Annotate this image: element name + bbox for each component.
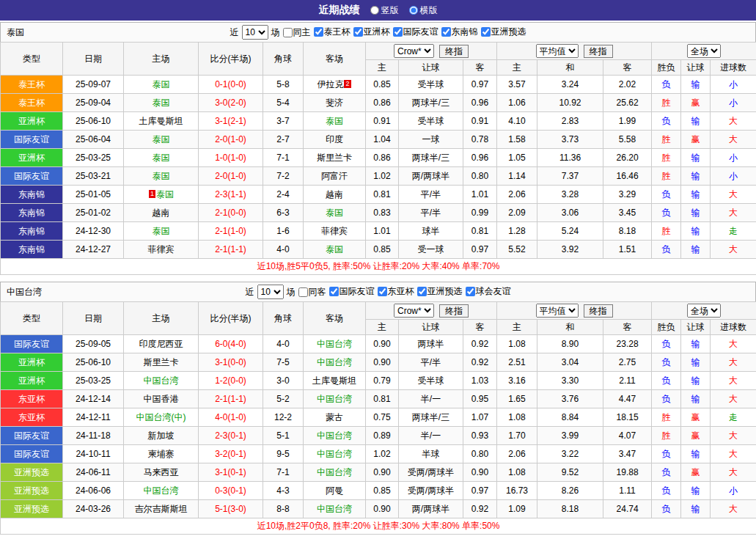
- score-cell: 2-0(1-0): [199, 167, 263, 186]
- corner-cell: 3-7: [263, 112, 304, 131]
- col-handicap-result: 让球: [681, 60, 711, 76]
- away-team-cell: 阿曼: [304, 482, 366, 500]
- avg-draw-cell: 10.92: [537, 94, 603, 112]
- handicap-result-cell: 输: [681, 149, 711, 167]
- goals-result-cell: 小: [711, 76, 756, 94]
- corner-cell: 7-2: [263, 167, 304, 186]
- away-team-cell: 中国台湾: [304, 463, 366, 482]
- handicap-result-cell: 输: [681, 241, 711, 259]
- away-odds-cell: 0.92: [463, 335, 497, 353]
- col-corner: 角球: [263, 302, 304, 335]
- final-odds-button[interactable]: 终指: [584, 304, 613, 318]
- team-label: 土库曼斯坦: [139, 116, 183, 126]
- winloss-result-cell: 负: [652, 445, 681, 463]
- competition-filter-checkbox-input[interactable]: [314, 27, 323, 37]
- final-odds-button[interactable]: 终指: [584, 45, 613, 58]
- team-label: 中国台湾: [144, 485, 179, 496]
- avg-home-cell: 1.70: [497, 427, 537, 445]
- avg-home-cell: 2.06: [497, 186, 537, 204]
- final-odds-button[interactable]: 终指: [439, 304, 469, 318]
- same-side-label: 同客: [309, 286, 326, 298]
- winloss-result-cell: 胜: [652, 408, 681, 427]
- avg-draw-cell: 3.06: [537, 204, 603, 222]
- recent-count-select[interactable]: 10: [242, 25, 268, 40]
- col-handicap: 让球: [399, 60, 463, 76]
- final-odds-button[interactable]: 终指: [439, 45, 469, 58]
- team-label: 土库曼斯坦: [312, 375, 356, 386]
- recent-count-select[interactable]: 10: [257, 285, 284, 299]
- competition-filter-checkbox-input[interactable]: [329, 287, 339, 296]
- corner-cell: 6-3: [263, 204, 304, 222]
- competition-filter-checkbox-input[interactable]: [441, 27, 451, 37]
- same-side-checkbox-input[interactable]: [283, 28, 293, 37]
- avg-home-cell: 5.52: [497, 241, 537, 259]
- handicap-result-cell: 输: [681, 445, 711, 463]
- competition-filter-checkbox-input[interactable]: [481, 27, 491, 37]
- home-odds-cell: 1.01: [366, 222, 399, 241]
- competition-badge: 国际友谊: [1, 167, 63, 186]
- col-avg-draw: 和: [537, 60, 603, 76]
- competition-filter-checkbox[interactable]: 球会友谊: [466, 285, 511, 298]
- home-odds-cell: 0.75: [366, 408, 399, 427]
- away-odds-cell: 0.90: [463, 463, 497, 482]
- same-side-checkbox-input[interactable]: [298, 287, 308, 297]
- competition-filter-checkbox[interactable]: 国际友谊: [393, 26, 438, 38]
- competition-filter-checkbox[interactable]: 东亚杯: [378, 285, 414, 298]
- match-date: 24-10-11: [63, 445, 124, 463]
- competition-filter-checkbox-input[interactable]: [417, 287, 427, 296]
- average-select[interactable]: 平均值: [536, 304, 579, 318]
- corner-cell: 8-8: [263, 500, 304, 518]
- avg-away-cell: 25.62: [603, 94, 652, 112]
- team-label: 泰国: [153, 171, 170, 181]
- competition-filter-checkbox-input[interactable]: [353, 27, 363, 37]
- competition-filter-label: 亚洲杯: [364, 26, 390, 38]
- layout-vertical-label: 竖版: [381, 4, 399, 17]
- avg-away-cell: 26.20: [603, 149, 652, 167]
- corner-cell: 5-4: [263, 94, 304, 112]
- handicap-cell: 半/一: [399, 427, 463, 445]
- match-row: 亚洲杯25-06-10斯里兰卡3-1(0-0)7-5中国台湾0.90平/半0.9…: [1, 353, 756, 372]
- competition-filter-checkbox-input[interactable]: [466, 287, 475, 296]
- home-team-cell: 泰国: [124, 149, 199, 167]
- corner-cell: 5-8: [263, 76, 304, 94]
- competition-filter-checkbox[interactable]: 亚洲杯: [353, 26, 390, 38]
- score-cell: 2-3(0-1): [199, 427, 263, 445]
- bookmaker-select[interactable]: Crow*: [394, 44, 434, 58]
- handicap-result-cell: 输: [681, 167, 711, 186]
- competition-filter-checkbox[interactable]: 亚洲预选: [481, 26, 526, 38]
- games-label: 场: [287, 286, 296, 298]
- filter-controls: 近 10 场 同主 泰王杯亚洲杯国际友谊东南锦亚洲预选: [230, 25, 526, 40]
- handicap-cell: 两/两球半: [399, 167, 463, 186]
- competition-filter-checkbox-input[interactable]: [393, 27, 403, 37]
- avg-draw-cell: 3.04: [537, 353, 603, 372]
- competition-badge: 亚洲杯: [1, 353, 63, 372]
- away-team-cell: 越南: [304, 186, 366, 204]
- col-date: 日期: [63, 302, 124, 335]
- team-label: 斐济: [326, 98, 343, 108]
- layout-vertical-radio-input[interactable]: [370, 6, 379, 15]
- bookmaker-select[interactable]: Crow*: [394, 304, 434, 318]
- competition-filter-checkbox[interactable]: 国际友谊: [329, 285, 375, 298]
- layout-horizontal-radio[interactable]: 横版: [409, 4, 438, 17]
- layout-horizontal-radio-input[interactable]: [409, 6, 418, 15]
- scope-select[interactable]: 全场: [687, 304, 721, 318]
- layout-vertical-radio[interactable]: 竖版: [370, 4, 399, 17]
- average-select[interactable]: 平均值: [536, 44, 579, 58]
- away-odds-cell: 0.95: [463, 390, 497, 408]
- away-odds-cell: 0.92: [463, 353, 497, 372]
- competition-filter-checkbox[interactable]: 泰王杯: [314, 26, 351, 38]
- average-group-header: 平均值终指: [497, 302, 652, 320]
- match-row: 亚洲预选24-06-06中国台湾0-3(0-1)4-3阿曼0.85受两/两球半0…: [1, 482, 756, 500]
- near-label: 近: [230, 26, 239, 39]
- competition-filter-checkbox[interactable]: 亚洲预选: [417, 285, 463, 298]
- competition-filter-checkbox[interactable]: 东南锦: [441, 26, 478, 38]
- competition-filter-checkbox-input[interactable]: [378, 287, 387, 296]
- away-odds-cell: 0.92: [463, 500, 497, 518]
- same-side-checkbox[interactable]: 同客: [298, 286, 326, 298]
- competition-filter-label: 国际友谊: [340, 285, 375, 298]
- scope-select[interactable]: 全场: [687, 44, 721, 58]
- same-side-checkbox[interactable]: 同主: [283, 26, 311, 39]
- avg-home-cell: 3.16: [497, 372, 537, 390]
- away-odds-cell: 0.93: [463, 427, 497, 445]
- home-odds-cell: 0.89: [366, 427, 399, 445]
